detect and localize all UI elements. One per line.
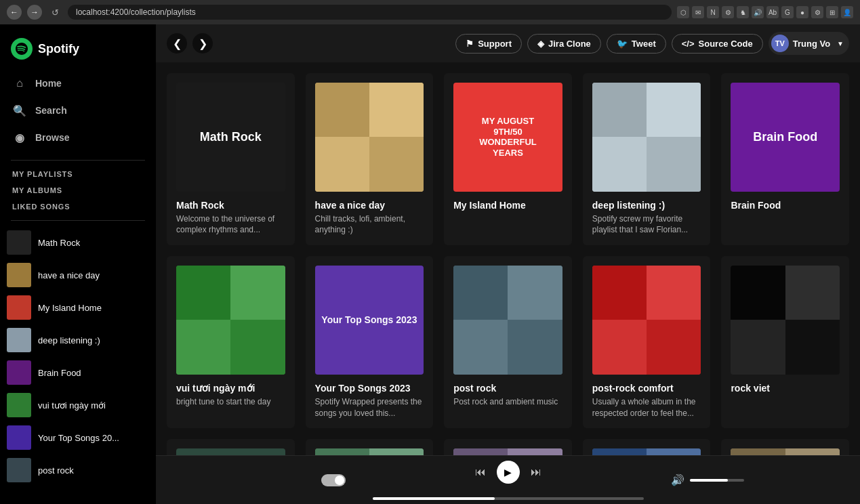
playlist-thumb-math-rock: Math Rock [176, 83, 285, 192]
sidebar-logo-text: Spotify [38, 42, 79, 56]
sidebar-divider-2 [11, 220, 145, 221]
user-menu-btn[interactable]: TV Trung Vo ▼ [769, 32, 849, 55]
playlist-name-brain-food: Brain Food [731, 200, 840, 211]
browse-icon: ◉ [12, 130, 27, 145]
tweet-btn[interactable]: 🐦 Tweet [607, 34, 666, 54]
sidebar-logo[interactable]: Spotify [0, 24, 156, 68]
playlist-name-vui-tuoi: vui tươi ngày mới [176, 383, 285, 394]
browser-icons: ⬡ ✉ N ⚙ ♞ 🔊 Ab G ● ⚙ ⊞ 👤 [677, 6, 853, 18]
sidebar-thumb-brain-food [7, 360, 31, 385]
progress-bar[interactable] [373, 497, 644, 500]
support-icon: ⚑ [466, 39, 474, 49]
sidebar-item-name-post-rock: post rock [38, 465, 74, 476]
sidebar-item-browse[interactable]: ◉ Browse [5, 125, 150, 150]
sidebar-thumb-my-island-home [7, 295, 31, 320]
playlist-thumb-imagine [592, 448, 701, 455]
volume-toggle[interactable] [321, 474, 346, 486]
playlist-card-post-rock[interactable]: post rock Post rock and ambient music [444, 256, 572, 428]
playlist-desc-post-rock: Post rock and ambient music [453, 396, 562, 408]
twitter-icon: 🐦 [617, 39, 628, 49]
sidebar-playlist-item-my-island-home[interactable]: My Island Home [0, 291, 156, 324]
playlist-card-playlist-13[interactable]: playlist 13 [444, 439, 572, 455]
volume-bar[interactable] [690, 479, 744, 482]
header-forward-btn[interactable]: ❯ [192, 33, 213, 54]
playlist-card-brain-food[interactable]: Brain Food Brain Food [721, 73, 849, 245]
sidebar-thumb-your-top-songs [7, 425, 31, 450]
jira-btn[interactable]: ◈ Jira Clone [527, 34, 601, 54]
app: Spotify ⌂ Home 🔍 Search ◉ Browse My Play… [0, 24, 860, 504]
playlist-card-math-rock[interactable]: Math Rock Math Rock Welcome to the unive… [167, 73, 295, 245]
sidebar-playlist-item-vui-tuoi[interactable]: vui tươi ngày mới [0, 389, 156, 421]
player-buttons: ⏮ ▶ ⏭ [475, 461, 541, 484]
sidebar-item-name-math-rock: Math Rock [38, 238, 80, 248]
player-controls: ⏮ ▶ ⏭ [373, 461, 644, 500]
prev-btn[interactable]: ⏮ [475, 466, 486, 478]
sidebar-playlist-item-post-rock[interactable]: post rock [0, 454, 156, 486]
support-btn[interactable]: ⚑ Support [455, 34, 522, 54]
browser-icon-2: ✉ [692, 6, 704, 18]
sidebar-nav: ⌂ Home 🔍 Search ◉ Browse [0, 68, 156, 154]
playlist-thumb-lofi-radio: — LOFI RADIO — [176, 448, 285, 455]
browser-icon-4: ⚙ [722, 6, 734, 18]
play-btn[interactable]: ▶ [497, 461, 520, 484]
playlist-card-my-island-home[interactable]: MY AUGUST9TH/50WONDERFULYEARS My Island … [444, 73, 572, 245]
playlist-card-post-rock-comfort[interactable]: post-rock comfort Usually a whole album … [583, 256, 711, 428]
sidebar-item-name-vui-tuoi: vui tươi ngày mới [38, 400, 106, 411]
sidebar-divider [11, 160, 145, 161]
browser-icon-1: ⬡ [677, 6, 689, 18]
sidebar-item-name-deep-listening: deep listening :) [38, 335, 100, 345]
playlist-name-my-island-home: My Island Home [453, 200, 562, 211]
browser-refresh-btn[interactable]: ↺ [47, 5, 62, 20]
browser-icon-12: 👤 [841, 6, 853, 18]
sidebar-thumb-vui-tuoi [7, 393, 31, 417]
playlist-desc-vui-tuoi: bright tune to start the day [176, 396, 285, 408]
player-progress [373, 497, 644, 500]
playlist-card-deep-listening[interactable]: deep listening :) Spotify screw my favor… [583, 73, 711, 245]
playlist-card-playlist-12[interactable]: playlist 12 [306, 439, 434, 455]
next-btn[interactable]: ⏭ [531, 466, 541, 478]
playlist-card-rock-viet[interactable]: rock viet [721, 256, 849, 428]
user-avatar: TV [771, 35, 789, 52]
progress-fill [373, 497, 495, 500]
sidebar-playlist-item-deep-listening[interactable]: deep listening :) [0, 324, 156, 356]
playlist-card-vui-tuoi[interactable]: vui tươi ngày mới bright tune to start t… [167, 256, 295, 428]
playlist-desc-deep-listening: Spotify screw my favorite playlist that … [592, 213, 701, 236]
playlist-desc-your-top-songs: Spotify Wrapped presents the songs you l… [315, 396, 424, 419]
playlist-thumb-playlist-12 [315, 448, 424, 455]
header-back-btn[interactable]: ❮ [167, 33, 187, 54]
volume-toggle-knob [335, 476, 344, 485]
sidebar-item-name-my-island-home: My Island Home [38, 303, 102, 313]
sidebar-section-my-playlists[interactable]: My Playlists [0, 166, 156, 182]
volume-fill [690, 479, 728, 482]
browser-back-btn[interactable]: ← [7, 5, 22, 20]
playlist-card-playlist-15[interactable]: playlist 15 [721, 439, 849, 455]
sidebar-item-search[interactable]: 🔍 Search [5, 98, 150, 123]
player-bar: ⏮ ▶ ⏭ 🔊 [156, 455, 860, 504]
sidebar-item-home[interactable]: ⌂ Home [5, 70, 150, 96]
sidebar-section-my-albums[interactable]: My Albums [0, 182, 156, 198]
sidebar-section-liked-songs[interactable]: Liked songs [0, 198, 156, 215]
playlist-card-your-top-songs[interactable]: Your Top Songs 2023 Your Top Songs 2023 … [306, 256, 434, 428]
playlist-desc-post-rock-comfort: Usually a whole album in the respected o… [592, 396, 701, 419]
playlist-grid-container[interactable]: Math Rock Math Rock Welcome to the unive… [156, 62, 860, 455]
sidebar-playlist-item-math-rock[interactable]: Math Rock [0, 226, 156, 259]
playlist-thumb-brain-food: Brain Food [731, 83, 840, 192]
playlist-thumb-post-rock [453, 266, 562, 375]
sidebar: Spotify ⌂ Home 🔍 Search ◉ Browse My Play… [0, 24, 156, 504]
jira-icon: ◈ [537, 39, 544, 49]
sidebar-playlist-item-have-a-nice-day[interactable]: have a nice day [0, 259, 156, 291]
browser-icon-7: Ab [766, 6, 779, 18]
playlist-name-rock-viet: rock viet [731, 383, 840, 394]
source-code-btn[interactable]: </> Source Code [672, 34, 763, 54]
browser-forward-btn[interactable]: → [27, 5, 42, 20]
playlist-name-math-rock: Math Rock [176, 200, 285, 211]
playlist-thumb-playlist-15 [731, 448, 840, 455]
browser-url-input[interactable] [68, 5, 672, 20]
playlist-card-imagine[interactable]: imagine [583, 439, 711, 455]
browser-bar: ← → ↺ ⬡ ✉ N ⚙ ♞ 🔊 Ab G ● ⚙ ⊞ 👤 [0, 0, 860, 24]
sidebar-item-name-brain-food: Brain Food [38, 368, 81, 378]
playlist-card-lofi-radio[interactable]: — LOFI RADIO — lofi radio [167, 439, 295, 455]
sidebar-playlist-item-your-top-songs[interactable]: Your Top Songs 20... [0, 421, 156, 454]
sidebar-playlist-item-brain-food[interactable]: Brain Food [0, 356, 156, 389]
playlist-card-have-a-nice-day[interactable]: have a nice day Chill tracks, lofi, ambi… [306, 73, 434, 245]
